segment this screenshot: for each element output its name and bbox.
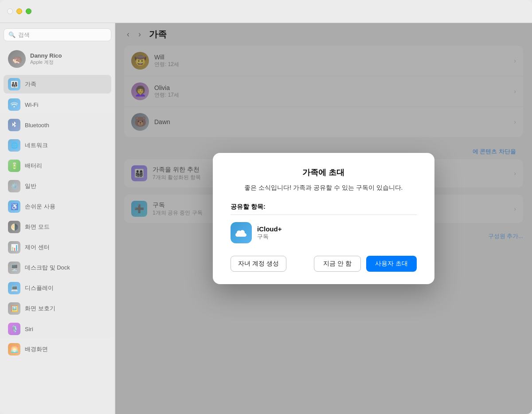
- minimize-button[interactable]: [16, 8, 22, 14]
- main-window: 🔍 🦔 Danny Rico Apple 계정 👨‍👩‍👧 가족: [0, 0, 532, 414]
- displays-icon: 💻: [8, 282, 20, 294]
- screensaver-icon: 🖼️: [8, 302, 20, 315]
- sidebar-item-label-general: 일반: [25, 182, 36, 190]
- profile-name: Danny Rico: [30, 52, 62, 59]
- maximize-button[interactable]: [26, 8, 31, 14]
- sidebar-item-siri[interactable]: 🎙️ Siri: [4, 320, 111, 338]
- icloud-subtitle: 구독: [257, 233, 282, 241]
- siri-icon: 🎙️: [8, 323, 20, 335]
- profile-avatar-emoji: 🦔: [12, 54, 23, 64]
- sidebar-item-label-display-mode: 화면 모드: [25, 223, 50, 231]
- sidebar-item-label-desktop: 데스크탑 및 Dock: [25, 264, 70, 272]
- sidebar-item-wifi[interactable]: Wi-Fi: [4, 95, 111, 114]
- modal-description: 좋은 소식입니다! 가족과 공유할 수 있는 구독이 있습니다.: [231, 183, 417, 192]
- sidebar-item-label-siri: Siri: [25, 326, 33, 332]
- sidebar: 🔍 🦔 Danny Rico Apple 계정 👨‍👩‍👧 가족: [0, 23, 115, 414]
- icloud-info: iCloud+ 구독: [257, 225, 282, 241]
- sidebar-item-wallpaper[interactable]: 🌅 배경화면: [4, 340, 111, 359]
- modal-section-label: 공유할 항목:: [231, 203, 417, 211]
- accessibility-icon: ♿: [8, 200, 20, 213]
- sidebar-item-label-accessibility: 손쉬운 사용: [25, 203, 55, 211]
- search-icon: 🔍: [8, 31, 16, 38]
- sidebar-item-label-family: 가족: [25, 80, 36, 88]
- later-button[interactable]: 지금 안 함: [314, 256, 361, 272]
- sidebar-item-label-wifi: Wi-Fi: [25, 102, 38, 108]
- display-mode-icon: 🌗: [8, 221, 20, 233]
- modal-title: 가족에 초대: [231, 167, 417, 178]
- profile-subtitle: Apple 계정: [30, 59, 62, 66]
- network-icon: 🌐: [8, 139, 20, 152]
- wifi-icon: [8, 98, 20, 111]
- search-input[interactable]: [18, 31, 106, 38]
- desktop-icon: 🖥️: [8, 262, 20, 274]
- btn-right-group: 지금 안 함 사용자 초대: [314, 256, 417, 272]
- sidebar-item-desktop[interactable]: 🖥️ 데스크탑 및 Dock: [4, 258, 111, 277]
- sidebar-item-screensaver[interactable]: 🖼️ 화면 보호기: [4, 299, 111, 318]
- sidebar-item-displays[interactable]: 💻 디스플레이: [4, 279, 111, 297]
- sidebar-item-label-control: 제어 센터: [25, 243, 50, 251]
- profile-info: Danny Rico Apple 계정: [30, 52, 62, 66]
- sidebar-item-accessibility[interactable]: ♿ 손쉬운 사용: [4, 197, 111, 216]
- modal-overlay: 가족에 초대 좋은 소식입니다! 가족과 공유할 수 있는 구독이 있습니다. …: [115, 23, 532, 414]
- icloud-icon: [231, 222, 252, 243]
- modal-dialog: 가족에 초대 좋은 소식입니다! 가족과 공유할 수 있는 구독이 있습니다. …: [213, 153, 434, 284]
- sidebar-item-label-battery: 배터리: [25, 162, 42, 170]
- sidebar-item-label-network: 네트워크: [25, 141, 48, 149]
- sidebar-item-label-bluetooth: Bluetooth: [25, 122, 49, 129]
- create-child-button[interactable]: 자녀 계정 생성: [231, 256, 286, 272]
- modal-buttons: 자녀 계정 생성 지금 안 함 사용자 초대: [231, 256, 417, 272]
- sidebar-item-label-screensaver: 화면 보호기: [25, 305, 55, 312]
- sidebar-item-bluetooth[interactable]: Bluetooth: [4, 116, 111, 134]
- sidebar-item-label-wallpaper: 배경화면: [25, 345, 48, 353]
- sidebar-item-label-displays: 디스플레이: [25, 284, 54, 292]
- main-content: ‹ › 가족 🤠 Will 연령: 12세 ›: [115, 23, 532, 414]
- search-bar[interactable]: 🔍: [4, 28, 111, 41]
- window-controls: [7, 8, 31, 14]
- sidebar-item-battery[interactable]: 🔋 배터리: [4, 156, 111, 175]
- invite-button[interactable]: 사용자 초대: [366, 256, 417, 272]
- control-icon: 📊: [8, 241, 20, 254]
- close-button[interactable]: [7, 8, 13, 14]
- bluetooth-icon: [8, 119, 20, 131]
- sidebar-item-general[interactable]: ⚙️ 일반: [4, 177, 111, 195]
- sidebar-item-display-mode[interactable]: 🌗 화면 모드: [4, 218, 111, 236]
- battery-icon: 🔋: [8, 160, 20, 172]
- app-content: 🔍 🦔 Danny Rico Apple 계정 👨‍👩‍👧 가족: [0, 23, 532, 414]
- profile-section: 🦔 Danny Rico Apple 계정: [4, 47, 111, 71]
- sidebar-item-control[interactable]: 📊 제어 센터: [4, 238, 111, 257]
- sidebar-item-network[interactable]: 🌐 네트워크: [4, 136, 111, 155]
- sidebar-item-family[interactable]: 👨‍👩‍👧 가족: [4, 75, 111, 94]
- icloud-name: iCloud+: [257, 225, 282, 233]
- avatar: 🦔: [8, 50, 26, 68]
- general-icon: ⚙️: [8, 180, 20, 192]
- wallpaper-icon: 🌅: [8, 343, 20, 355]
- modal-divider: [231, 215, 417, 215]
- titlebar: [0, 0, 532, 23]
- modal-icloud-row: iCloud+ 구독: [231, 222, 417, 243]
- family-icon: 👨‍👩‍👧: [8, 78, 20, 90]
